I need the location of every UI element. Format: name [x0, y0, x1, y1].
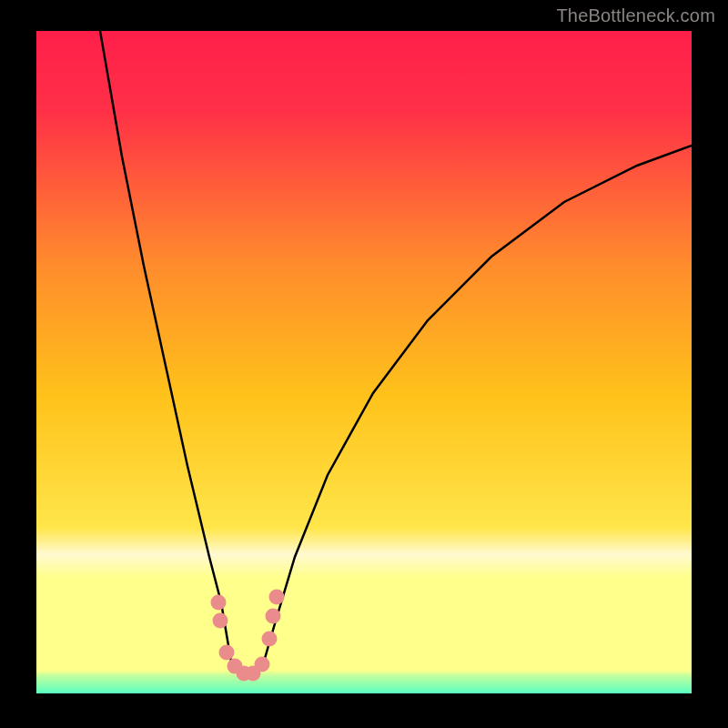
data-point-marker — [262, 632, 278, 647]
chart-plot-area — [36, 31, 692, 693]
data-point-marker — [269, 590, 285, 605]
watermark-text: TheBottleneck.com — [556, 5, 715, 26]
data-point-marker — [211, 595, 227, 611]
gradient-background — [36, 31, 692, 693]
data-point-marker — [213, 613, 228, 629]
data-point-marker — [266, 609, 281, 624]
chart-svg — [36, 31, 692, 693]
data-point-marker — [255, 657, 270, 672]
data-point-marker — [219, 645, 235, 661]
